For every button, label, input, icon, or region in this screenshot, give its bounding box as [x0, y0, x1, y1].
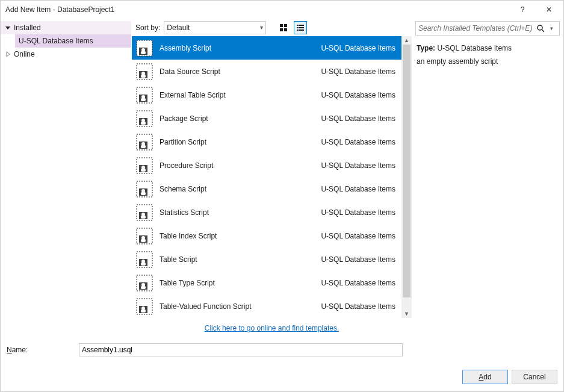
cancel-button[interactable]: Cancel — [512, 370, 557, 384]
title-bar: Add New Item - DatabaseProject1 ? ✕ — [1, 1, 563, 19]
type-label: Type: — [417, 44, 435, 52]
usql-script-icon — [135, 63, 153, 81]
sort-dropdown[interactable]: Default ▾ — [164, 21, 266, 34]
scrollbar-vertical[interactable]: ▲ ▼ — [401, 36, 412, 318]
name-label: Name: — [7, 346, 74, 354]
usql-script-icon — [135, 133, 153, 151]
usql-script-icon — [135, 110, 153, 128]
search-icon[interactable] — [535, 24, 546, 33]
type-value: U-SQL Database Items — [437, 44, 512, 52]
template-name: Statistics Script — [160, 208, 321, 217]
usql-script-icon — [135, 250, 153, 269]
online-link-bar: Click here to go online and find templat… — [132, 318, 412, 341]
svg-rect-17 — [141, 75, 146, 78]
svg-rect-9 — [299, 30, 304, 31]
search-dropdown-icon[interactable]: ▾ — [546, 25, 557, 31]
usql-script-icon — [135, 86, 153, 104]
svg-rect-57 — [141, 310, 146, 313]
template-category: U-SQL Database Items — [321, 114, 395, 123]
caret-down-icon — [4, 24, 11, 31]
template-row[interactable]: Statistics Script U-SQL Database Items — [132, 201, 401, 224]
template-name: Data Source Script — [160, 67, 321, 76]
svg-rect-3 — [284, 28, 287, 31]
template-name: Table Type Script — [160, 279, 321, 287]
tree-online[interactable]: Online — [1, 48, 131, 61]
template-category: U-SQL Database Items — [321, 232, 395, 240]
usql-script-icon — [135, 227, 153, 245]
svg-rect-6 — [297, 27, 299, 28]
svg-rect-53 — [141, 286, 146, 289]
template-row[interactable]: Schema Script U-SQL Database Items — [132, 177, 401, 201]
template-row[interactable]: Package Script U-SQL Database Items — [132, 107, 401, 130]
template-category: U-SQL Database Items — [321, 302, 395, 311]
template-row[interactable]: Table Type Script U-SQL Database Items — [132, 271, 401, 294]
template-name: Package Script — [160, 114, 321, 123]
name-row: Name: — [1, 341, 563, 367]
template-row[interactable]: Data Source Script U-SQL Database Items — [132, 60, 401, 83]
template-row[interactable]: Table Index Script U-SQL Database Items — [132, 224, 401, 247]
svg-rect-1 — [284, 24, 287, 27]
scroll-thumb[interactable] — [403, 45, 411, 297]
template-description: an empty assembly script — [417, 56, 559, 67]
svg-rect-5 — [299, 25, 304, 26]
svg-line-59 — [542, 30, 544, 32]
template-category: U-SQL Database Items — [321, 44, 395, 52]
template-row[interactable]: Partition Script U-SQL Database Items — [132, 130, 401, 154]
scroll-up-icon[interactable]: ▲ — [401, 36, 412, 45]
svg-rect-4 — [297, 25, 299, 26]
template-category: U-SQL Database Items — [321, 208, 395, 217]
svg-rect-21 — [141, 98, 146, 101]
template-category: U-SQL Database Items — [321, 255, 395, 264]
category-tree: Installed U-SQL Database Items Online — [1, 19, 132, 341]
name-input[interactable] — [79, 343, 403, 356]
template-name: Partition Script — [160, 138, 321, 146]
usql-script-icon — [135, 297, 153, 316]
help-button[interactable]: ? — [509, 1, 536, 19]
svg-rect-0 — [280, 24, 283, 27]
scroll-down-icon[interactable]: ▼ — [401, 310, 412, 318]
search-placeholder: Search Installed Templates (Ctrl+E) — [418, 24, 535, 33]
template-list: Assembly Script U-SQL Database Items Dat… — [132, 36, 401, 318]
template-row[interactable]: Assembly Script U-SQL Database Items — [132, 36, 401, 60]
template-name: External Table Script — [160, 91, 321, 99]
svg-rect-29 — [141, 145, 146, 148]
usql-script-icon — [135, 204, 153, 222]
template-category: U-SQL Database Items — [321, 91, 395, 99]
svg-rect-8 — [297, 30, 299, 31]
template-category: U-SQL Database Items — [321, 161, 395, 170]
template-row[interactable]: Table Script U-SQL Database Items — [132, 247, 401, 271]
svg-rect-25 — [141, 122, 146, 125]
view-list-button[interactable] — [294, 21, 307, 34]
window-title: Add New Item - DatabaseProject1 — [5, 5, 509, 14]
close-button[interactable]: ✕ — [536, 1, 562, 19]
svg-point-58 — [538, 25, 542, 30]
template-category: U-SQL Database Items — [321, 279, 395, 287]
usql-script-icon — [135, 274, 153, 292]
svg-rect-33 — [141, 169, 146, 172]
view-grid-button[interactable] — [277, 21, 290, 34]
add-button[interactable]: Add — [462, 370, 508, 384]
usql-script-icon — [135, 180, 153, 198]
svg-rect-41 — [141, 216, 146, 219]
tree-usql-items[interactable]: U-SQL Database Items — [15, 34, 131, 48]
svg-rect-7 — [299, 27, 304, 28]
usql-script-icon — [135, 39, 153, 57]
chevron-down-icon: ▾ — [260, 24, 263, 31]
svg-rect-49 — [141, 263, 146, 266]
template-row[interactable]: External Table Script U-SQL Database Ite… — [132, 83, 401, 107]
svg-rect-2 — [280, 28, 283, 31]
template-name: Table Script — [160, 255, 321, 264]
template-row[interactable]: Table-Valued Function Script U-SQL Datab… — [132, 294, 401, 318]
template-category: U-SQL Database Items — [321, 185, 395, 193]
search-input[interactable]: Search Installed Templates (Ctrl+E) ▾ — [415, 21, 560, 36]
sort-bar: Sort by: Default ▾ — [132, 19, 412, 36]
template-row[interactable]: Procedure Script U-SQL Database Items — [132, 154, 401, 177]
svg-rect-37 — [141, 192, 146, 195]
template-name: Table-Valued Function Script — [160, 302, 321, 311]
template-name: Table Index Script — [160, 232, 321, 240]
caret-right-icon — [4, 51, 11, 58]
online-templates-link[interactable]: Click here to go online and find templat… — [205, 324, 339, 332]
tree-installed[interactable]: Installed — [1, 21, 131, 34]
button-row: Add Cancel — [1, 367, 563, 391]
template-name: Procedure Script — [160, 161, 321, 170]
